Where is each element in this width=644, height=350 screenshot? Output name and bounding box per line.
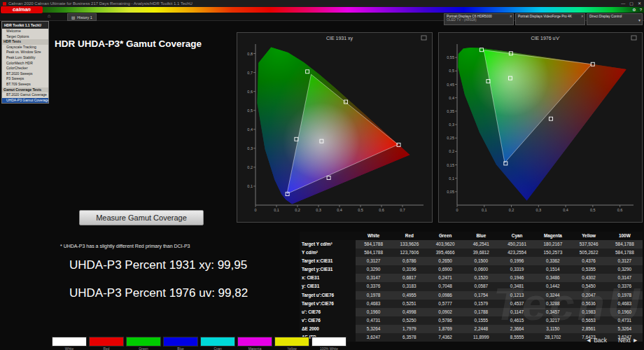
next-label: Next <box>618 337 630 344</box>
cell-value: 0,1500 <box>463 257 499 265</box>
cell-value: 0,1788 <box>463 308 499 316</box>
cell-value: 0,4683 <box>356 300 391 308</box>
cell-value: 0,4683 <box>607 300 643 308</box>
back-button[interactable]: ◄ Back <box>586 337 607 344</box>
maximize-button[interactable]: ▢ <box>629 0 634 7</box>
cell-value: 5,3264 <box>356 325 391 333</box>
sidebar-item-welcome[interactable]: Welcome <box>2 29 48 34</box>
cell-value: 423,2554 <box>499 248 535 257</box>
cell-value: 0,3376 <box>607 282 643 290</box>
table-header-row: WhiteRedGreenBlueCyanMagentaYellow100W <box>300 232 643 240</box>
cell-value: 0,6817 <box>391 274 427 282</box>
popout-icon[interactable] <box>421 36 426 40</box>
sidebar-item-bt-709-sweeps[interactable]: BT.709 Sweeps <box>2 82 48 88</box>
swatch-blue[interactable] <box>163 337 198 346</box>
cell-value: 0,1555 <box>463 316 499 325</box>
cell-value: 123,7606 <box>391 248 427 257</box>
next-button[interactable]: Next ► <box>618 337 638 344</box>
x-tick-label: 0,1 <box>274 208 279 212</box>
row-label: ΔE 2000 <box>300 325 356 333</box>
cell-value: 0,5355 <box>571 265 607 274</box>
cell-value: 8,5555 <box>499 333 535 342</box>
swatch-white[interactable] <box>52 337 87 346</box>
cell-value: 584,1788 <box>607 248 643 257</box>
measure-gamut-button[interactable]: Measure Gamut Coverage <box>79 210 204 225</box>
sidebar-item-p3-sweeps[interactable]: P3 Sweeps <box>2 76 48 82</box>
minimize-button[interactable]: — <box>621 0 625 7</box>
help-icon[interactable]: ? <box>640 7 642 13</box>
sidebar-title: HDR Toolkit 1.1 TechU <box>2 22 48 29</box>
y-tick-label: 0,05 <box>447 190 454 194</box>
sidebar-item-target-options[interactable]: Target Options <box>2 34 48 40</box>
row-label: Target Y cd/m² <box>300 240 356 248</box>
x-tick-label: 0,5 <box>590 208 596 212</box>
sidebar-item-bt-2020-gamut-coverage[interactable]: BT.2020 Gamut Coverage <box>2 92 48 98</box>
cell-value: 0,3457 <box>535 308 570 316</box>
meter-disconnect-icon[interactable]: ✕ <box>510 14 512 18</box>
percent-1931-result: UHDA-P3 Percent 1931 xy: 99,95 <box>69 258 247 272</box>
swatch-label: 100% White <box>312 347 346 350</box>
cell-value: 0,0902 <box>428 308 463 316</box>
cell-value: 0,1960 <box>356 308 391 316</box>
cell-value: 6,3578 <box>391 333 427 342</box>
popout-icon[interactable] <box>631 36 636 40</box>
y-tick-label: 0,7 <box>247 71 253 75</box>
table-row: Target x:CIE310,31270,67860,26500,15000,… <box>300 257 643 265</box>
sidebar-item-bt-2020-sweeps[interactable]: BT.2020 Sweeps <box>2 71 48 77</box>
sidebar-item-gamut-coverage-tests: Gamut Coverage Tests <box>2 88 48 93</box>
cell-value: 0,3288 <box>535 300 570 308</box>
swatch-label: White <box>52 347 87 350</box>
x-tick-label: 0,7 <box>400 208 405 212</box>
tab-history[interactable]: ▤ History 1 <box>67 13 97 21</box>
swatch-100-white[interactable] <box>312 337 346 346</box>
cell-value: 0,3481 <box>499 282 535 290</box>
sidebar-item-colorchecker[interactable]: ColorChecker <box>2 66 48 71</box>
cell-value: 0,3217 <box>535 316 570 325</box>
source-connection-panel[interactable]: Portrait Displays VideoForge Pro 4K ✕ <box>515 13 585 25</box>
column-header: Yellow <box>571 232 607 240</box>
cell-value: 0,3376 <box>356 282 391 290</box>
row-label: Y cd/m² <box>300 248 356 257</box>
page-title: HDR UHDA-P3* Gamut Coverage <box>55 38 202 49</box>
gear-icon[interactable]: ⚙ <box>632 7 636 13</box>
table-row: x: CIE310,31470,68170,24710,15200,19460,… <box>300 274 643 282</box>
display-control-label: Direct Display Control <box>589 15 636 18</box>
sidebar-item-uhda-p3-gamut-coverage[interactable]: UHDA-P3 Gamut Coverage <box>2 98 48 104</box>
cell-value: 2,2448 <box>463 325 499 333</box>
sidebar-item-peak-lum-stability[interactable]: Peak Lum Stability <box>2 55 48 61</box>
y-tick-label: 0,1 <box>247 184 253 188</box>
close-button[interactable]: ✕ <box>638 0 641 7</box>
window-controls: — ▢ ✕ <box>621 0 641 7</box>
swatch-label: Blue <box>163 347 198 350</box>
chart-title-1976: CIE 1976 u'v' <box>531 36 559 41</box>
cell-value: 0,5777 <box>428 300 463 308</box>
y-tick-label: 0,3 <box>247 146 253 150</box>
cell-value: 0,1514 <box>535 265 570 274</box>
cell-value: 0,1960 <box>607 308 643 316</box>
cell-value: 0,1978 <box>607 291 643 300</box>
history-icon: ▤ <box>71 15 75 20</box>
sidebar-item-peak-vs-window-size[interactable]: Peak vs. Window Size <box>2 50 48 55</box>
display-control-panel[interactable]: Direct Display Control ▾ <box>587 13 643 25</box>
cell-value: 150,2573 <box>535 248 570 257</box>
column-header: White <box>356 232 391 240</box>
swatch-yellow[interactable] <box>274 337 309 346</box>
cell-value: 0,5251 <box>391 300 427 308</box>
x-tick-label: 0,1 <box>482 208 487 212</box>
swatch-cyan[interactable] <box>200 337 235 346</box>
x-tick-label: 0,5 <box>358 208 363 212</box>
swatch-red[interactable] <box>89 337 124 346</box>
sidebar-item-grayscale-tracking[interactable]: Grayscale Tracking <box>2 45 48 50</box>
page-nav: ◄ Back Next ► <box>586 337 638 344</box>
column-header: Red <box>391 232 427 240</box>
cell-value: 0,1754 <box>463 291 499 300</box>
swatch-magenta[interactable] <box>237 337 272 346</box>
workflow-sidebar: HDR Toolkit 1.1 TechU WelcomeTarget Opti… <box>1 21 49 104</box>
source-disconnect-icon[interactable]: ✕ <box>581 14 584 18</box>
swatch-green[interactable] <box>126 337 161 346</box>
y-tick-label: 0,6 <box>247 90 253 94</box>
home-icon[interactable]: ⌂ <box>48 13 50 18</box>
sidebar-item-colormatch-hdr[interactable]: ColorMatch HDR <box>2 61 48 66</box>
y-tick-label: 0,4 <box>449 96 454 100</box>
meter-connection-panel[interactable]: Portrait Displays C6 HDR5000 OLED TV - (… <box>444 13 514 25</box>
